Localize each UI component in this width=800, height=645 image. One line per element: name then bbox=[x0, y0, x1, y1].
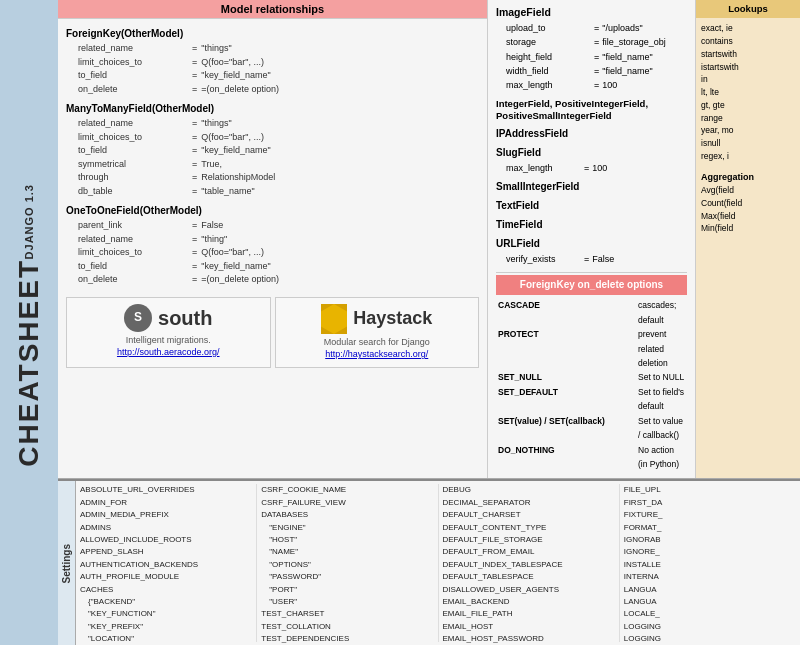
lookup-istartswith: istartswith bbox=[701, 61, 795, 74]
m2m-row-6: db_table = "table_name" bbox=[78, 185, 479, 199]
m2m-row-2: limit_choices_to = Q(foo="bar", ...) bbox=[78, 131, 479, 145]
if-row-4: width_field = "field_name" bbox=[506, 64, 687, 78]
lookup-lt: lt, lte bbox=[701, 86, 795, 99]
fk-row-3: to_field = "key_field_name" bbox=[78, 69, 479, 83]
fk-on-delete-section: ForeignKey on_delete options CASCADE cas… bbox=[496, 272, 687, 474]
south-icon: S bbox=[124, 304, 152, 332]
settings-col-3: DEBUG DECIMAL_SEPARATOR DEFAULT_CHARSET … bbox=[439, 484, 620, 642]
right-top-panel: ImageField upload_to = "/uploads" storag… bbox=[488, 0, 800, 478]
svg-marker-0 bbox=[321, 304, 347, 334]
haystack-box: Haystack Modular search for Django http:… bbox=[275, 297, 480, 368]
content-area: Model relationships ForeignKey(OtherMode… bbox=[58, 0, 800, 645]
lookup-in: in bbox=[701, 73, 795, 86]
addons-row: S south Intelligent migrations. http://s… bbox=[66, 297, 479, 368]
url-row: verify_exists = False bbox=[506, 252, 687, 266]
image-field-title: ImageField bbox=[496, 4, 687, 21]
main-container: DJANGO 1.3 CHEATSHEET Model relationship… bbox=[0, 0, 800, 645]
setval-val: Set to value / callback() bbox=[638, 414, 685, 443]
protect-key: PROTECT bbox=[498, 327, 638, 370]
haystack-tagline: Modular search for Django bbox=[324, 336, 430, 349]
protect-val: prevent related deletion bbox=[638, 327, 685, 370]
cascade-val: cascades; default bbox=[638, 298, 685, 327]
setnull-val: Set to NULL bbox=[638, 370, 685, 384]
haystack-name: Haystack bbox=[353, 306, 432, 331]
setdefault-val: Set to field's default bbox=[638, 385, 685, 414]
django-version-label: DJANGO 1.3 bbox=[23, 184, 35, 259]
south-box: S south Intelligent migrations. http://s… bbox=[66, 297, 271, 368]
south-logo-row: S south bbox=[124, 304, 212, 332]
settings-col-2: CSRF_COOKIE_NAME CSRF_FAILURE_VIEW DATAB… bbox=[257, 484, 438, 642]
setnull-key: SET_NULL bbox=[498, 370, 638, 384]
lookup-gt: gt, gte bbox=[701, 99, 795, 112]
donothing-val: No action (in Python) bbox=[638, 443, 685, 472]
if-row-3: height_field = "field_name" bbox=[506, 50, 687, 64]
model-relationships-panel: Model relationships ForeignKey(OtherMode… bbox=[58, 0, 488, 478]
model-relationships-header: Model relationships bbox=[58, 0, 487, 19]
agg-header: Aggregation bbox=[701, 171, 795, 185]
south-tagline: Intelligent migrations. bbox=[126, 334, 211, 347]
o2o-row-1: parent_link = False bbox=[78, 219, 479, 233]
lookup-exact: exact, ie bbox=[701, 22, 795, 35]
donothing-key: DO_NOTHING bbox=[498, 443, 638, 472]
agg-min: Min(field bbox=[701, 222, 795, 235]
int-field-title: IntegerField, PositiveIntegerField, Posi… bbox=[496, 98, 687, 123]
fk-header: ForeignKey on_delete options bbox=[496, 275, 687, 295]
lookup-contains: contains bbox=[701, 35, 795, 48]
haystack-logo-row: Haystack bbox=[321, 304, 432, 334]
m2m-row-3: to_field = "key_field_name" bbox=[78, 144, 479, 158]
south-url[interactable]: http://south.aeracode.org/ bbox=[117, 346, 220, 359]
if-row-2: storage = file_storage_obj bbox=[506, 35, 687, 49]
lookup-range: range bbox=[701, 112, 795, 125]
o2o-row-3: limit_choices_to = Q(foo="bar", ...) bbox=[78, 246, 479, 260]
time-field-title: TimeField bbox=[496, 217, 687, 233]
image-field-rows: upload_to = "/uploads" storage = file_st… bbox=[506, 21, 687, 93]
settings-section: Settings ABSOLUTE_URL_OVERRIDES ADMIN_FO… bbox=[58, 479, 800, 645]
text-field-title: TextField bbox=[496, 198, 687, 214]
top-section: Model relationships ForeignKey(OtherMode… bbox=[58, 0, 800, 479]
south-name: south bbox=[158, 304, 212, 332]
m2m-row-5: through = RelationshipModel bbox=[78, 171, 479, 185]
slug-field-title: SlugField bbox=[496, 145, 687, 161]
settings-columns: ABSOLUTE_URL_OVERRIDES ADMIN_FOR ADMIN_M… bbox=[76, 481, 800, 645]
vertical-title-bar: DJANGO 1.3 CHEATSHEET bbox=[0, 0, 58, 645]
agg-avg: Avg(field bbox=[701, 184, 795, 197]
cascade-key: CASCADE bbox=[498, 298, 638, 327]
mr-content: ForeignKey(OtherModel) related_name = "t… bbox=[58, 19, 487, 372]
fk-row-2: limit_choices_to = Q(foo="bar", ...) bbox=[78, 56, 479, 70]
fields-list: ImageField upload_to = "/uploads" storag… bbox=[488, 0, 695, 478]
settings-col-1: ABSOLUTE_URL_OVERRIDES ADMIN_FOR ADMIN_M… bbox=[76, 484, 257, 642]
m2m-title: ManyToManyField(OtherModel) bbox=[66, 102, 479, 116]
haystack-url[interactable]: http://haystacksearch.org/ bbox=[325, 348, 428, 361]
o2o-row-5: on_delete = =(on_delete option) bbox=[78, 273, 479, 287]
setval-key: SET(value) / SET(callback) bbox=[498, 414, 638, 443]
lookup-year: year, mo bbox=[701, 124, 795, 137]
agg-count: Count(field bbox=[701, 197, 795, 210]
lookup-isnull: isnull bbox=[701, 137, 795, 150]
fields-and-lookups: ImageField upload_to = "/uploads" storag… bbox=[488, 0, 800, 478]
fk-grid: CASCADE cascades; default PROTECT preven… bbox=[496, 295, 687, 474]
m2m-row-1: related_name = "things" bbox=[78, 117, 479, 131]
slug-row: max_length = 100 bbox=[506, 161, 687, 175]
lookups-header: Lookups bbox=[696, 0, 800, 18]
haystack-icon bbox=[321, 304, 347, 334]
settings-col-4: FILE_UPL FIRST_DA FIXTURE_ FORMAT_ IGNOR… bbox=[620, 484, 800, 642]
o2o-title: OneToOneField(OtherModel) bbox=[66, 204, 479, 218]
ip-field-title: IPAddressField bbox=[496, 126, 687, 142]
setdefault-key: SET_DEFAULT bbox=[498, 385, 638, 414]
small-int-title: SmallIntegerField bbox=[496, 179, 687, 195]
if-row-1: upload_to = "/uploads" bbox=[506, 21, 687, 35]
settings-label-bar: Settings bbox=[58, 481, 76, 645]
lookup-regex: regex, i bbox=[701, 150, 795, 163]
fk-row-1: related_name = "things" bbox=[78, 42, 479, 56]
agg-max: Max(field bbox=[701, 210, 795, 223]
o2o-row-4: to_field = "key_field_name" bbox=[78, 260, 479, 274]
settings-label-text: Settings bbox=[61, 544, 72, 583]
if-row-5: max_length = 100 bbox=[506, 78, 687, 92]
lookup-startswith: startswith bbox=[701, 48, 795, 61]
lookups-column: Lookups exact, ie contains startswith is… bbox=[695, 0, 800, 478]
fk-row-4: on_delete = =(on_delete option) bbox=[78, 83, 479, 97]
o2o-row-2: related_name = "thing" bbox=[78, 233, 479, 247]
m2m-row-4: symmetrical = True, bbox=[78, 158, 479, 172]
url-field-title: URLField bbox=[496, 236, 687, 252]
cheatsheet-label: CHEATSHEET bbox=[13, 259, 45, 467]
